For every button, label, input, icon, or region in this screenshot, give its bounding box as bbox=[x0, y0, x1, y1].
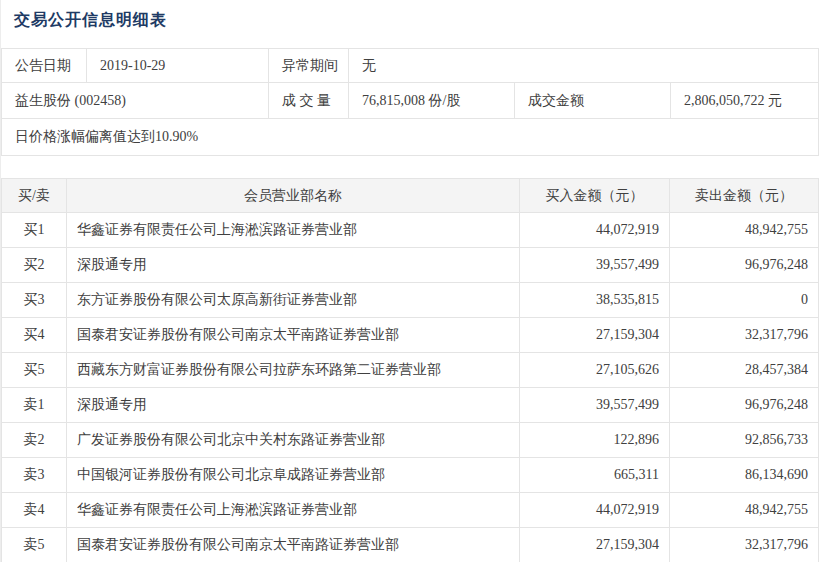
trade-disclosure-page: 交易公开信息明细表 公告日期 2019-10-29 异常期间 无 益生股份 (0… bbox=[0, 0, 830, 562]
sell-amount: 96,976,248 bbox=[670, 388, 819, 423]
trade-table-header-row: 买/卖 会员营业部名称 买入金额（元） 卖出金额（元） bbox=[2, 179, 819, 213]
sell-amount: 48,942,755 bbox=[670, 213, 819, 248]
side-label: 卖5 bbox=[2, 528, 67, 562]
branch-name: 深股通专用 bbox=[67, 388, 520, 423]
buy-amount: 27,159,304 bbox=[520, 318, 670, 353]
buy-amount: 27,105,626 bbox=[520, 353, 670, 388]
table-row: 卖1 深股通专用 39,557,499 96,976,248 bbox=[2, 388, 819, 423]
col-header-side: 买/卖 bbox=[2, 179, 67, 213]
col-header-buy-amount: 买入金额（元） bbox=[520, 179, 670, 213]
branch-name: 深股通专用 bbox=[67, 248, 520, 283]
side-label: 买1 bbox=[2, 213, 67, 248]
col-header-sell-amount: 卖出金额（元） bbox=[670, 179, 819, 213]
sell-amount: 28,457,384 bbox=[670, 353, 819, 388]
summary-table: 公告日期 2019-10-29 异常期间 无 益生股份 (002458) 成 交… bbox=[1, 48, 819, 156]
announce-date-label: 公告日期 bbox=[2, 49, 87, 83]
table-row: 卖3 中国银河证券股份有限公司北京阜成路证券营业部 665,311 86,134… bbox=[2, 458, 819, 493]
abnormal-period-label: 异常期间 bbox=[269, 49, 349, 83]
side-label: 买4 bbox=[2, 318, 67, 353]
volume-value: 76,815,008 份/股 bbox=[349, 83, 515, 119]
side-label: 买2 bbox=[2, 248, 67, 283]
side-label: 卖4 bbox=[2, 493, 67, 528]
page-title: 交易公开信息明细表 bbox=[1, 0, 830, 31]
sell-amount: 48,942,755 bbox=[670, 493, 819, 528]
side-label: 卖2 bbox=[2, 423, 67, 458]
summary-row-note: 日价格涨幅偏离值达到10.90% bbox=[2, 119, 819, 156]
table-row: 卖5 国泰君安证券股份有限公司南京太平南路证券营业部 27,159,304 32… bbox=[2, 528, 819, 562]
turnover-value: 2,806,050,722 元 bbox=[671, 83, 819, 119]
side-label: 卖1 bbox=[2, 388, 67, 423]
buy-amount: 39,557,499 bbox=[520, 388, 670, 423]
buy-amount: 27,159,304 bbox=[520, 528, 670, 562]
volume-label: 成 交 量 bbox=[269, 83, 349, 119]
buy-amount: 44,072,919 bbox=[520, 213, 670, 248]
branch-name: 华鑫证券有限责任公司上海淞滨路证券营业部 bbox=[67, 493, 520, 528]
branch-name: 国泰君安证券股份有限公司南京太平南路证券营业部 bbox=[67, 528, 520, 562]
branch-name: 东方证券股份有限公司太原高新街证券营业部 bbox=[67, 283, 520, 318]
summary-row-date: 公告日期 2019-10-29 异常期间 无 bbox=[2, 49, 819, 83]
side-label: 卖3 bbox=[2, 458, 67, 493]
branch-name: 华鑫证券有限责任公司上海淞滨路证券营业部 bbox=[67, 213, 520, 248]
buy-amount: 122,896 bbox=[520, 423, 670, 458]
table-row: 买4 国泰君安证券股份有限公司南京太平南路证券营业部 27,159,304 32… bbox=[2, 318, 819, 353]
trade-table: 买/卖 会员营业部名称 买入金额（元） 卖出金额（元） 买1 华鑫证券有限责任公… bbox=[1, 178, 819, 562]
buy-amount: 44,072,919 bbox=[520, 493, 670, 528]
col-header-branch-name: 会员营业部名称 bbox=[67, 179, 520, 213]
stock-name: 益生股份 (002458) bbox=[2, 83, 269, 119]
sell-amount: 0 bbox=[670, 283, 819, 318]
side-label: 买3 bbox=[2, 283, 67, 318]
sell-amount: 86,134,690 bbox=[670, 458, 819, 493]
branch-name: 西藏东方财富证券股份有限公司拉萨东环路第二证券营业部 bbox=[67, 353, 520, 388]
branch-name: 广发证券股份有限公司北京中关村东路证券营业部 bbox=[67, 423, 520, 458]
branch-name: 国泰君安证券股份有限公司南京太平南路证券营业部 bbox=[67, 318, 520, 353]
table-row: 买1 华鑫证券有限责任公司上海淞滨路证券营业部 44,072,919 48,94… bbox=[2, 213, 819, 248]
buy-amount: 39,557,499 bbox=[520, 248, 670, 283]
table-row: 买2 深股通专用 39,557,499 96,976,248 bbox=[2, 248, 819, 283]
sell-amount: 32,317,796 bbox=[670, 318, 819, 353]
sell-amount: 32,317,796 bbox=[670, 528, 819, 562]
buy-amount: 38,535,815 bbox=[520, 283, 670, 318]
sell-amount: 92,856,733 bbox=[670, 423, 819, 458]
table-row: 卖2 广发证券股份有限公司北京中关村东路证券营业部 122,896 92,856… bbox=[2, 423, 819, 458]
abnormal-period-value: 无 bbox=[349, 49, 819, 83]
price-deviation-note: 日价格涨幅偏离值达到10.90% bbox=[2, 119, 819, 156]
turnover-label: 成交金额 bbox=[515, 83, 671, 119]
side-label: 买5 bbox=[2, 353, 67, 388]
table-row: 卖4 华鑫证券有限责任公司上海淞滨路证券营业部 44,072,919 48,94… bbox=[2, 493, 819, 528]
sell-amount: 96,976,248 bbox=[670, 248, 819, 283]
buy-amount: 665,311 bbox=[520, 458, 670, 493]
table-row: 买5 西藏东方财富证券股份有限公司拉萨东环路第二证券营业部 27,105,626… bbox=[2, 353, 819, 388]
branch-name: 中国银河证券股份有限公司北京阜成路证券营业部 bbox=[67, 458, 520, 493]
summary-row-stock: 益生股份 (002458) 成 交 量 76,815,008 份/股 成交金额 … bbox=[2, 83, 819, 119]
announce-date-value: 2019-10-29 bbox=[87, 49, 269, 83]
table-row: 买3 东方证券股份有限公司太原高新街证券营业部 38,535,815 0 bbox=[2, 283, 819, 318]
